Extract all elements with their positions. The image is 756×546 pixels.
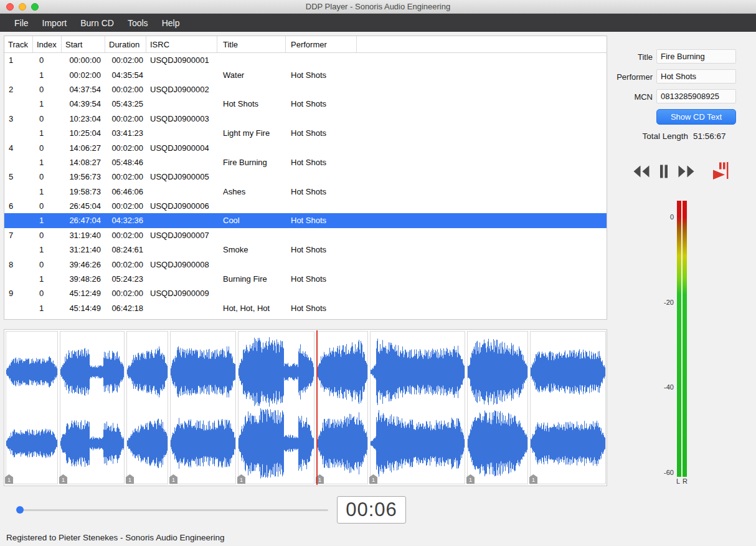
track-row-18[interactable]: 145:14:4906:42:18Hot, Hot, HotHot Shots bbox=[4, 301, 607, 315]
track-row-2[interactable]: 100:02:0004:35:54WaterHot Shots bbox=[4, 67, 607, 82]
zoom-window-button[interactable] bbox=[31, 3, 39, 11]
performer-input[interactable] bbox=[656, 69, 736, 84]
track-row-14[interactable]: 131:21:4008:24:61SmokeHot Shots bbox=[4, 242, 607, 257]
waveform-track-1[interactable] bbox=[6, 331, 58, 484]
waveform-track-7[interactable] bbox=[370, 331, 465, 484]
track-row-13[interactable]: 7031:19:4000:02:00USQDJ0900007 bbox=[4, 228, 607, 242]
show-cd-text-button[interactable]: Show CD Text bbox=[656, 109, 736, 125]
fast-forward-icon bbox=[678, 163, 695, 180]
waveform-canvas bbox=[6, 332, 57, 484]
track-row-8[interactable]: 114:08:2705:48:46Fire BurningHot Shots bbox=[4, 155, 607, 170]
window-controls bbox=[6, 3, 39, 11]
menu-item-file[interactable]: File bbox=[7, 14, 35, 32]
level-meter-right bbox=[683, 201, 687, 477]
waveform-track-8[interactable] bbox=[467, 331, 528, 484]
track-row-10[interactable]: 119:58:7306:46:06AshesHot Shots bbox=[4, 184, 607, 199]
level-meter-left bbox=[677, 201, 681, 477]
performer-field-label: Performer bbox=[598, 72, 653, 82]
title-bar: DDP Player - Sonoris Audio Engineering bbox=[0, 0, 756, 14]
rewind-icon bbox=[633, 163, 650, 180]
meter-channel-label-right: R bbox=[683, 477, 687, 485]
waveform-canvas bbox=[60, 332, 124, 484]
rewind-button[interactable] bbox=[633, 162, 651, 181]
column-header-start[interactable]: Start bbox=[62, 36, 105, 52]
column-header-title[interactable]: Title bbox=[217, 36, 286, 52]
close-window-button[interactable] bbox=[6, 3, 14, 11]
track-row-9[interactable]: 5019:56:7300:02:00USQDJ0900005 bbox=[4, 170, 607, 184]
meter-scale: 0-20-40-60 bbox=[635, 198, 674, 479]
waveform-track-6[interactable] bbox=[316, 331, 368, 484]
ddp-player-window: DDP Player - Sonoris Audio Engineering F… bbox=[0, 0, 756, 546]
column-header-performer[interactable]: Performer bbox=[286, 36, 357, 52]
total-length-value: 51:56:67 bbox=[693, 132, 726, 141]
meter-scale-label: -60 bbox=[664, 469, 674, 476]
track-row-16[interactable]: 139:48:2605:24:23Burning FireHot Shots bbox=[4, 272, 607, 286]
table-header: TrackIndexStartDurationISRCTitlePerforme… bbox=[4, 36, 607, 53]
meter-scale-label: -20 bbox=[664, 299, 674, 306]
track-row-3[interactable]: 2004:37:5400:02:00USQDJ0900002 bbox=[4, 82, 607, 97]
seek-slider-track[interactable] bbox=[17, 509, 328, 511]
meter-scale-label: 0 bbox=[670, 213, 674, 221]
waveform-track-5[interactable] bbox=[238, 331, 314, 484]
waveform-canvas bbox=[171, 332, 235, 484]
waveform-canvas bbox=[127, 332, 168, 484]
meter-channel-label-left: L bbox=[676, 477, 680, 485]
waveform-display: 111111111 bbox=[4, 329, 607, 486]
meter-scale-label: -40 bbox=[664, 383, 674, 391]
window-title: DDP Player - Sonoris Audio Engineering bbox=[0, 0, 756, 13]
title-field-label: Title bbox=[598, 52, 653, 62]
track-row-5[interactable]: 3010:23:0400:02:00USQDJ0900003 bbox=[4, 112, 607, 126]
play-to-marker-icon bbox=[711, 161, 730, 180]
pause-icon bbox=[655, 163, 673, 180]
track-table: TrackIndexStartDurationISRCTitlePerforme… bbox=[4, 36, 607, 320]
waveform-canvas bbox=[239, 332, 314, 484]
table-body: 1000:00:0000:02:00USQDJ0900001100:02:000… bbox=[4, 53, 607, 315]
menu-item-import[interactable]: Import bbox=[35, 14, 74, 32]
pause-button[interactable] bbox=[655, 162, 674, 181]
waveform-canvas bbox=[531, 332, 605, 484]
title-input[interactable] bbox=[656, 49, 736, 64]
track-row-17[interactable]: 9045:12:4900:02:00USQDJ0900009 bbox=[4, 286, 607, 300]
minimize-window-button[interactable] bbox=[19, 3, 26, 11]
track-row-12[interactable]: 126:47:0404:32:36CoolHot Shots bbox=[4, 213, 607, 228]
fast-forward-button[interactable] bbox=[678, 162, 696, 181]
track-row-6[interactable]: 110:25:0403:41:23Light my FireHot Shots bbox=[4, 126, 607, 140]
column-header-duration[interactable]: Duration bbox=[105, 36, 146, 52]
column-header-track[interactable]: Track bbox=[4, 36, 33, 52]
waveform-canvas bbox=[468, 332, 527, 484]
waveform-track-4[interactable] bbox=[170, 331, 236, 484]
menu-item-tools[interactable]: Tools bbox=[121, 14, 155, 32]
waveform-track-9[interactable] bbox=[530, 331, 606, 484]
column-header-index[interactable]: Index bbox=[33, 36, 62, 52]
playhead[interactable] bbox=[316, 330, 318, 485]
total-length-label: Total Length bbox=[598, 132, 688, 141]
track-row-4[interactable]: 104:39:5405:43:25Hot ShotsHot Shots bbox=[4, 97, 607, 111]
waveform-track-3[interactable] bbox=[126, 331, 168, 484]
seek-slider-knob[interactable] bbox=[16, 506, 24, 514]
play-to-marker-button[interactable] bbox=[711, 161, 731, 181]
track-row-15[interactable]: 8039:46:2600:02:00USQDJ0900008 bbox=[4, 257, 607, 271]
column-header-isrc[interactable]: ISRC bbox=[146, 36, 217, 52]
time-display: 00:06 bbox=[337, 496, 406, 524]
menu-item-burn-cd[interactable]: Burn CD bbox=[73, 14, 121, 32]
track-row-1[interactable]: 1000:00:0000:02:00USQDJ0900001 bbox=[4, 53, 607, 67]
registration-status: Registered to Pieter Stenekes - Sonoris … bbox=[6, 533, 224, 542]
track-row-7[interactable]: 4014:06:2700:02:00USQDJ0900004 bbox=[4, 140, 607, 155]
menu-bar: FileImportBurn CDToolsHelp bbox=[0, 14, 756, 32]
mcn-field-label: MCN bbox=[598, 92, 653, 102]
track-row-11[interactable]: 6026:45:0400:02:00USQDJ0900006 bbox=[4, 199, 607, 213]
mcn-input[interactable] bbox=[656, 89, 736, 103]
waveform-track-2[interactable] bbox=[60, 331, 125, 484]
waveform-canvas bbox=[371, 332, 465, 484]
column-header-spacer bbox=[357, 36, 607, 52]
menu-item-help[interactable]: Help bbox=[155, 14, 187, 32]
waveform-canvas bbox=[317, 332, 367, 484]
